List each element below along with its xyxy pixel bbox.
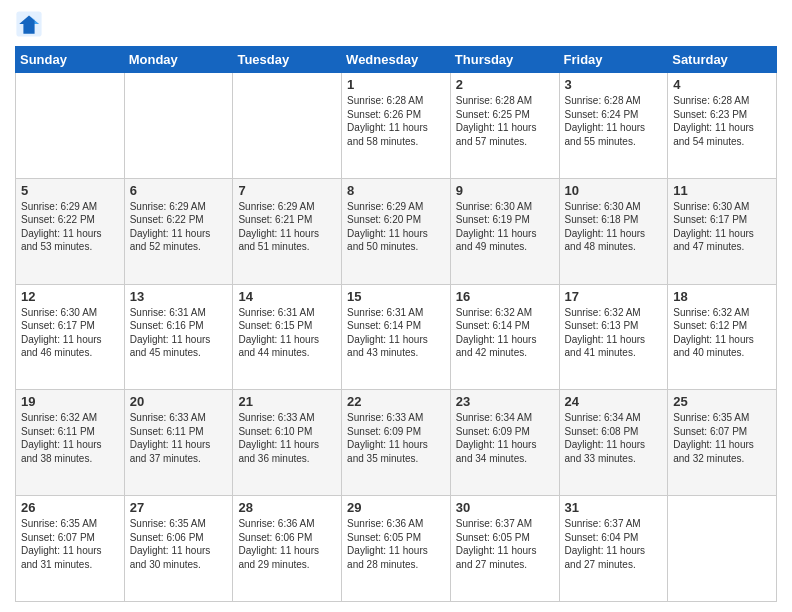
day-info: Sunrise: 6:33 AM Sunset: 6:09 PM Dayligh… [347, 411, 445, 465]
day-number: 10 [565, 183, 663, 198]
page: Sunday Monday Tuesday Wednesday Thursday… [0, 0, 792, 612]
calendar-cell: 7Sunrise: 6:29 AM Sunset: 6:21 PM Daylig… [233, 178, 342, 284]
calendar-cell: 6Sunrise: 6:29 AM Sunset: 6:22 PM Daylig… [124, 178, 233, 284]
day-info: Sunrise: 6:28 AM Sunset: 6:26 PM Dayligh… [347, 94, 445, 148]
calendar-week-row: 1Sunrise: 6:28 AM Sunset: 6:26 PM Daylig… [16, 73, 777, 179]
day-number: 5 [21, 183, 119, 198]
calendar-cell: 17Sunrise: 6:32 AM Sunset: 6:13 PM Dayli… [559, 284, 668, 390]
calendar-cell: 19Sunrise: 6:32 AM Sunset: 6:11 PM Dayli… [16, 390, 125, 496]
day-number: 14 [238, 289, 336, 304]
calendar-cell: 26Sunrise: 6:35 AM Sunset: 6:07 PM Dayli… [16, 496, 125, 602]
col-friday: Friday [559, 47, 668, 73]
day-number: 19 [21, 394, 119, 409]
calendar-week-row: 12Sunrise: 6:30 AM Sunset: 6:17 PM Dayli… [16, 284, 777, 390]
col-saturday: Saturday [668, 47, 777, 73]
day-number: 25 [673, 394, 771, 409]
day-info: Sunrise: 6:33 AM Sunset: 6:10 PM Dayligh… [238, 411, 336, 465]
calendar-cell: 30Sunrise: 6:37 AM Sunset: 6:05 PM Dayli… [450, 496, 559, 602]
day-info: Sunrise: 6:32 AM Sunset: 6:12 PM Dayligh… [673, 306, 771, 360]
calendar-cell: 1Sunrise: 6:28 AM Sunset: 6:26 PM Daylig… [342, 73, 451, 179]
day-number: 21 [238, 394, 336, 409]
day-number: 20 [130, 394, 228, 409]
day-info: Sunrise: 6:31 AM Sunset: 6:14 PM Dayligh… [347, 306, 445, 360]
day-number: 28 [238, 500, 336, 515]
calendar-cell: 14Sunrise: 6:31 AM Sunset: 6:15 PM Dayli… [233, 284, 342, 390]
calendar-week-row: 26Sunrise: 6:35 AM Sunset: 6:07 PM Dayli… [16, 496, 777, 602]
calendar-cell: 13Sunrise: 6:31 AM Sunset: 6:16 PM Dayli… [124, 284, 233, 390]
day-number: 4 [673, 77, 771, 92]
day-number: 23 [456, 394, 554, 409]
day-info: Sunrise: 6:30 AM Sunset: 6:19 PM Dayligh… [456, 200, 554, 254]
day-info: Sunrise: 6:34 AM Sunset: 6:08 PM Dayligh… [565, 411, 663, 465]
day-info: Sunrise: 6:29 AM Sunset: 6:22 PM Dayligh… [21, 200, 119, 254]
calendar-cell [16, 73, 125, 179]
day-info: Sunrise: 6:32 AM Sunset: 6:13 PM Dayligh… [565, 306, 663, 360]
calendar-cell: 11Sunrise: 6:30 AM Sunset: 6:17 PM Dayli… [668, 178, 777, 284]
calendar-cell: 10Sunrise: 6:30 AM Sunset: 6:18 PM Dayli… [559, 178, 668, 284]
calendar-cell: 16Sunrise: 6:32 AM Sunset: 6:14 PM Dayli… [450, 284, 559, 390]
day-info: Sunrise: 6:35 AM Sunset: 6:07 PM Dayligh… [21, 517, 119, 571]
calendar-cell: 28Sunrise: 6:36 AM Sunset: 6:06 PM Dayli… [233, 496, 342, 602]
day-number: 11 [673, 183, 771, 198]
calendar-header-row: Sunday Monday Tuesday Wednesday Thursday… [16, 47, 777, 73]
day-info: Sunrise: 6:29 AM Sunset: 6:22 PM Dayligh… [130, 200, 228, 254]
day-info: Sunrise: 6:34 AM Sunset: 6:09 PM Dayligh… [456, 411, 554, 465]
day-info: Sunrise: 6:33 AM Sunset: 6:11 PM Dayligh… [130, 411, 228, 465]
day-number: 22 [347, 394, 445, 409]
calendar-cell [233, 73, 342, 179]
calendar-cell: 3Sunrise: 6:28 AM Sunset: 6:24 PM Daylig… [559, 73, 668, 179]
calendar-cell: 22Sunrise: 6:33 AM Sunset: 6:09 PM Dayli… [342, 390, 451, 496]
day-info: Sunrise: 6:36 AM Sunset: 6:06 PM Dayligh… [238, 517, 336, 571]
col-wednesday: Wednesday [342, 47, 451, 73]
day-number: 30 [456, 500, 554, 515]
calendar-cell: 31Sunrise: 6:37 AM Sunset: 6:04 PM Dayli… [559, 496, 668, 602]
day-number: 24 [565, 394, 663, 409]
day-info: Sunrise: 6:28 AM Sunset: 6:24 PM Dayligh… [565, 94, 663, 148]
day-info: Sunrise: 6:28 AM Sunset: 6:23 PM Dayligh… [673, 94, 771, 148]
day-info: Sunrise: 6:37 AM Sunset: 6:04 PM Dayligh… [565, 517, 663, 571]
day-info: Sunrise: 6:36 AM Sunset: 6:05 PM Dayligh… [347, 517, 445, 571]
col-monday: Monday [124, 47, 233, 73]
day-info: Sunrise: 6:30 AM Sunset: 6:17 PM Dayligh… [673, 200, 771, 254]
day-number: 17 [565, 289, 663, 304]
day-number: 1 [347, 77, 445, 92]
calendar-cell: 9Sunrise: 6:30 AM Sunset: 6:19 PM Daylig… [450, 178, 559, 284]
day-number: 26 [21, 500, 119, 515]
logo [15, 10, 47, 38]
calendar-cell: 2Sunrise: 6:28 AM Sunset: 6:25 PM Daylig… [450, 73, 559, 179]
calendar-cell: 27Sunrise: 6:35 AM Sunset: 6:06 PM Dayli… [124, 496, 233, 602]
calendar-week-row: 19Sunrise: 6:32 AM Sunset: 6:11 PM Dayli… [16, 390, 777, 496]
calendar-week-row: 5Sunrise: 6:29 AM Sunset: 6:22 PM Daylig… [16, 178, 777, 284]
day-number: 29 [347, 500, 445, 515]
day-info: Sunrise: 6:37 AM Sunset: 6:05 PM Dayligh… [456, 517, 554, 571]
calendar-cell: 5Sunrise: 6:29 AM Sunset: 6:22 PM Daylig… [16, 178, 125, 284]
calendar-table: Sunday Monday Tuesday Wednesday Thursday… [15, 46, 777, 602]
day-info: Sunrise: 6:29 AM Sunset: 6:21 PM Dayligh… [238, 200, 336, 254]
day-number: 8 [347, 183, 445, 198]
calendar-cell: 24Sunrise: 6:34 AM Sunset: 6:08 PM Dayli… [559, 390, 668, 496]
logo-icon [15, 10, 43, 38]
calendar-cell [668, 496, 777, 602]
day-number: 6 [130, 183, 228, 198]
day-number: 13 [130, 289, 228, 304]
calendar-cell: 15Sunrise: 6:31 AM Sunset: 6:14 PM Dayli… [342, 284, 451, 390]
calendar-cell: 18Sunrise: 6:32 AM Sunset: 6:12 PM Dayli… [668, 284, 777, 390]
col-sunday: Sunday [16, 47, 125, 73]
day-number: 7 [238, 183, 336, 198]
calendar-cell: 4Sunrise: 6:28 AM Sunset: 6:23 PM Daylig… [668, 73, 777, 179]
day-info: Sunrise: 6:35 AM Sunset: 6:06 PM Dayligh… [130, 517, 228, 571]
day-info: Sunrise: 6:35 AM Sunset: 6:07 PM Dayligh… [673, 411, 771, 465]
calendar-cell: 25Sunrise: 6:35 AM Sunset: 6:07 PM Dayli… [668, 390, 777, 496]
day-number: 3 [565, 77, 663, 92]
day-info: Sunrise: 6:32 AM Sunset: 6:14 PM Dayligh… [456, 306, 554, 360]
day-info: Sunrise: 6:28 AM Sunset: 6:25 PM Dayligh… [456, 94, 554, 148]
calendar-cell: 29Sunrise: 6:36 AM Sunset: 6:05 PM Dayli… [342, 496, 451, 602]
calendar-cell [124, 73, 233, 179]
day-number: 9 [456, 183, 554, 198]
col-thursday: Thursday [450, 47, 559, 73]
col-tuesday: Tuesday [233, 47, 342, 73]
calendar-cell: 12Sunrise: 6:30 AM Sunset: 6:17 PM Dayli… [16, 284, 125, 390]
day-number: 2 [456, 77, 554, 92]
day-number: 12 [21, 289, 119, 304]
day-info: Sunrise: 6:29 AM Sunset: 6:20 PM Dayligh… [347, 200, 445, 254]
